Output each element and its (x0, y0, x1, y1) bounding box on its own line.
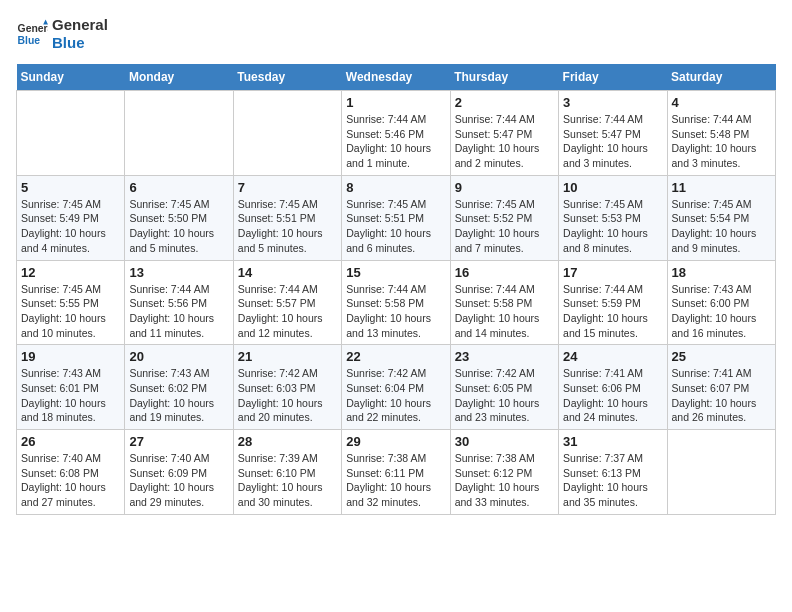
calendar-header: SundayMondayTuesdayWednesdayThursdayFrid… (17, 64, 776, 91)
svg-text:General: General (18, 23, 48, 34)
weekday-header-friday: Friday (559, 64, 667, 91)
day-number: 2 (455, 95, 554, 110)
calendar-week-2: 5Sunrise: 7:45 AM Sunset: 5:49 PM Daylig… (17, 175, 776, 260)
calendar-cell (667, 430, 775, 515)
day-info: Sunrise: 7:43 AM Sunset: 6:00 PM Dayligh… (672, 282, 771, 341)
calendar-cell: 29Sunrise: 7:38 AM Sunset: 6:11 PM Dayli… (342, 430, 450, 515)
calendar-cell: 13Sunrise: 7:44 AM Sunset: 5:56 PM Dayli… (125, 260, 233, 345)
calendar-cell: 4Sunrise: 7:44 AM Sunset: 5:48 PM Daylig… (667, 91, 775, 176)
day-info: Sunrise: 7:41 AM Sunset: 6:06 PM Dayligh… (563, 366, 662, 425)
day-info: Sunrise: 7:44 AM Sunset: 5:59 PM Dayligh… (563, 282, 662, 341)
logo: General Blue General Blue (16, 16, 108, 52)
calendar-cell: 24Sunrise: 7:41 AM Sunset: 6:06 PM Dayli… (559, 345, 667, 430)
day-number: 22 (346, 349, 445, 364)
day-info: Sunrise: 7:45 AM Sunset: 5:53 PM Dayligh… (563, 197, 662, 256)
calendar-cell: 31Sunrise: 7:37 AM Sunset: 6:13 PM Dayli… (559, 430, 667, 515)
calendar-cell: 15Sunrise: 7:44 AM Sunset: 5:58 PM Dayli… (342, 260, 450, 345)
calendar-cell: 27Sunrise: 7:40 AM Sunset: 6:09 PM Dayli… (125, 430, 233, 515)
day-number: 26 (21, 434, 120, 449)
calendar-cell: 18Sunrise: 7:43 AM Sunset: 6:00 PM Dayli… (667, 260, 775, 345)
day-number: 23 (455, 349, 554, 364)
calendar-week-1: 1Sunrise: 7:44 AM Sunset: 5:46 PM Daylig… (17, 91, 776, 176)
day-number: 7 (238, 180, 337, 195)
calendar-cell: 6Sunrise: 7:45 AM Sunset: 5:50 PM Daylig… (125, 175, 233, 260)
day-number: 11 (672, 180, 771, 195)
day-number: 28 (238, 434, 337, 449)
day-number: 1 (346, 95, 445, 110)
day-info: Sunrise: 7:44 AM Sunset: 5:48 PM Dayligh… (672, 112, 771, 171)
calendar-cell: 2Sunrise: 7:44 AM Sunset: 5:47 PM Daylig… (450, 91, 558, 176)
day-info: Sunrise: 7:44 AM Sunset: 5:47 PM Dayligh… (563, 112, 662, 171)
day-info: Sunrise: 7:44 AM Sunset: 5:46 PM Dayligh… (346, 112, 445, 171)
day-number: 31 (563, 434, 662, 449)
calendar-table: SundayMondayTuesdayWednesdayThursdayFrid… (16, 64, 776, 515)
calendar-cell: 22Sunrise: 7:42 AM Sunset: 6:04 PM Dayli… (342, 345, 450, 430)
calendar-cell (17, 91, 125, 176)
day-info: Sunrise: 7:45 AM Sunset: 5:49 PM Dayligh… (21, 197, 120, 256)
calendar-cell (125, 91, 233, 176)
day-number: 27 (129, 434, 228, 449)
calendar-cell: 25Sunrise: 7:41 AM Sunset: 6:07 PM Dayli… (667, 345, 775, 430)
logo-icon: General Blue (16, 18, 48, 50)
calendar-cell: 1Sunrise: 7:44 AM Sunset: 5:46 PM Daylig… (342, 91, 450, 176)
day-number: 10 (563, 180, 662, 195)
day-number: 12 (21, 265, 120, 280)
calendar-cell: 7Sunrise: 7:45 AM Sunset: 5:51 PM Daylig… (233, 175, 341, 260)
day-number: 24 (563, 349, 662, 364)
day-info: Sunrise: 7:37 AM Sunset: 6:13 PM Dayligh… (563, 451, 662, 510)
weekday-header-tuesday: Tuesday (233, 64, 341, 91)
calendar-cell: 23Sunrise: 7:42 AM Sunset: 6:05 PM Dayli… (450, 345, 558, 430)
day-number: 6 (129, 180, 228, 195)
day-info: Sunrise: 7:42 AM Sunset: 6:05 PM Dayligh… (455, 366, 554, 425)
weekday-header-thursday: Thursday (450, 64, 558, 91)
day-info: Sunrise: 7:44 AM Sunset: 5:56 PM Dayligh… (129, 282, 228, 341)
calendar-cell: 16Sunrise: 7:44 AM Sunset: 5:58 PM Dayli… (450, 260, 558, 345)
day-number: 8 (346, 180, 445, 195)
day-number: 14 (238, 265, 337, 280)
day-info: Sunrise: 7:42 AM Sunset: 6:03 PM Dayligh… (238, 366, 337, 425)
calendar-body: 1Sunrise: 7:44 AM Sunset: 5:46 PM Daylig… (17, 91, 776, 515)
day-number: 15 (346, 265, 445, 280)
calendar-cell: 5Sunrise: 7:45 AM Sunset: 5:49 PM Daylig… (17, 175, 125, 260)
calendar-cell: 3Sunrise: 7:44 AM Sunset: 5:47 PM Daylig… (559, 91, 667, 176)
day-info: Sunrise: 7:44 AM Sunset: 5:47 PM Dayligh… (455, 112, 554, 171)
day-info: Sunrise: 7:45 AM Sunset: 5:51 PM Dayligh… (238, 197, 337, 256)
day-info: Sunrise: 7:44 AM Sunset: 5:58 PM Dayligh… (346, 282, 445, 341)
calendar-cell: 19Sunrise: 7:43 AM Sunset: 6:01 PM Dayli… (17, 345, 125, 430)
svg-text:Blue: Blue (18, 35, 41, 46)
day-info: Sunrise: 7:43 AM Sunset: 6:02 PM Dayligh… (129, 366, 228, 425)
day-number: 18 (672, 265, 771, 280)
day-info: Sunrise: 7:45 AM Sunset: 5:52 PM Dayligh… (455, 197, 554, 256)
calendar-cell: 30Sunrise: 7:38 AM Sunset: 6:12 PM Dayli… (450, 430, 558, 515)
calendar-cell: 12Sunrise: 7:45 AM Sunset: 5:55 PM Dayli… (17, 260, 125, 345)
calendar-cell: 20Sunrise: 7:43 AM Sunset: 6:02 PM Dayli… (125, 345, 233, 430)
day-number: 3 (563, 95, 662, 110)
day-info: Sunrise: 7:40 AM Sunset: 6:08 PM Dayligh… (21, 451, 120, 510)
calendar-week-3: 12Sunrise: 7:45 AM Sunset: 5:55 PM Dayli… (17, 260, 776, 345)
calendar-cell: 11Sunrise: 7:45 AM Sunset: 5:54 PM Dayli… (667, 175, 775, 260)
calendar-cell: 26Sunrise: 7:40 AM Sunset: 6:08 PM Dayli… (17, 430, 125, 515)
calendar-cell: 14Sunrise: 7:44 AM Sunset: 5:57 PM Dayli… (233, 260, 341, 345)
day-number: 5 (21, 180, 120, 195)
day-number: 25 (672, 349, 771, 364)
day-info: Sunrise: 7:45 AM Sunset: 5:50 PM Dayligh… (129, 197, 228, 256)
day-number: 21 (238, 349, 337, 364)
weekday-header-sunday: Sunday (17, 64, 125, 91)
calendar-cell: 21Sunrise: 7:42 AM Sunset: 6:03 PM Dayli… (233, 345, 341, 430)
calendar-cell (233, 91, 341, 176)
day-number: 16 (455, 265, 554, 280)
day-info: Sunrise: 7:38 AM Sunset: 6:12 PM Dayligh… (455, 451, 554, 510)
calendar-week-5: 26Sunrise: 7:40 AM Sunset: 6:08 PM Dayli… (17, 430, 776, 515)
day-info: Sunrise: 7:42 AM Sunset: 6:04 PM Dayligh… (346, 366, 445, 425)
day-number: 17 (563, 265, 662, 280)
day-number: 4 (672, 95, 771, 110)
calendar-cell: 8Sunrise: 7:45 AM Sunset: 5:51 PM Daylig… (342, 175, 450, 260)
day-info: Sunrise: 7:39 AM Sunset: 6:10 PM Dayligh… (238, 451, 337, 510)
day-info: Sunrise: 7:45 AM Sunset: 5:54 PM Dayligh… (672, 197, 771, 256)
svg-marker-2 (43, 20, 48, 25)
day-number: 20 (129, 349, 228, 364)
day-number: 9 (455, 180, 554, 195)
day-number: 30 (455, 434, 554, 449)
day-info: Sunrise: 7:45 AM Sunset: 5:51 PM Dayligh… (346, 197, 445, 256)
day-info: Sunrise: 7:41 AM Sunset: 6:07 PM Dayligh… (672, 366, 771, 425)
